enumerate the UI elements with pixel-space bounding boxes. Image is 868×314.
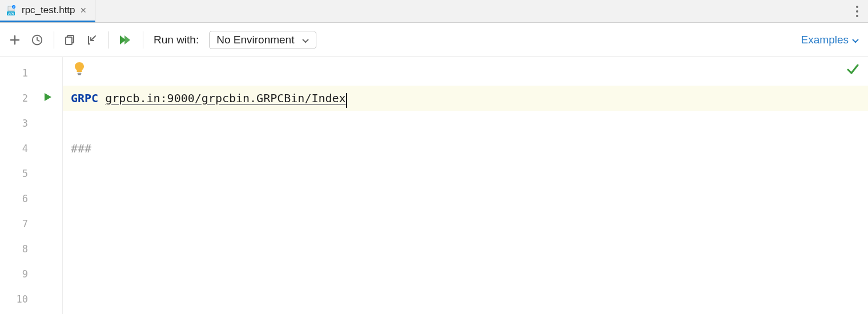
copy-button[interactable]: [65, 34, 76, 46]
gutter-line: 9: [0, 261, 62, 287]
import-button[interactable]: [86, 34, 98, 46]
svg-point-7: [856, 15, 858, 17]
code-line[interactable]: GRPC grpcb.in:9000/grpcbin.GRPCBin/Index: [63, 86, 868, 111]
add-request-button[interactable]: [9, 34, 21, 46]
history-button[interactable]: [31, 34, 43, 46]
editor-gutter: 1 2 3 4 5 6 7 8 9 10: [0, 57, 63, 314]
gutter-line: 10: [0, 287, 62, 312]
grpc-endpoint-url: grpcb.in:9000/grpcbin.GRPCBin/Index: [105, 91, 345, 105]
code-line[interactable]: [63, 236, 868, 261]
run-with-label: Run with:: [154, 34, 199, 46]
gutter-line: 3: [0, 111, 62, 136]
environment-selected-label: No Environment: [216, 34, 294, 46]
code-line[interactable]: ###: [63, 136, 868, 161]
chevron-down-icon: [852, 34, 859, 46]
svg-rect-11: [78, 73, 82, 74]
toolbar-separator: [108, 31, 108, 49]
toolbar-separator: [143, 31, 143, 49]
file-tab[interactable]: ⏱ API rpc_test.http ✕: [0, 0, 95, 22]
code-line[interactable]: [63, 261, 868, 287]
tab-bar: ⏱ API rpc_test.http ✕: [0, 0, 868, 23]
gutter-line: 1: [0, 61, 62, 86]
run-all-button[interactable]: [119, 34, 132, 46]
run-gutter-icon[interactable]: [44, 92, 52, 104]
code-editor[interactable]: 1 2 3 4 5 6 7 8 9 10 GRPC grpcb.in:9000/…: [0, 57, 868, 314]
code-line[interactable]: [63, 211, 868, 236]
code-line[interactable]: [63, 186, 868, 211]
status-ok-icon: [846, 63, 859, 78]
http-file-icon: ⏱ API: [6, 5, 17, 16]
grpc-keyword: GRPC: [71, 91, 98, 105]
svg-rect-10: [66, 37, 72, 45]
code-line[interactable]: [63, 287, 868, 312]
toolbar-separator: [54, 31, 54, 49]
code-line[interactable]: [63, 161, 868, 186]
request-separator: ###: [71, 142, 91, 155]
gutter-line: 4: [0, 136, 62, 161]
gutter-line: 6: [0, 186, 62, 211]
editor-content[interactable]: GRPC grpcb.in:9000/grpcbin.GRPCBin/Index…: [63, 57, 868, 314]
intention-bulb-icon[interactable]: [74, 62, 85, 78]
tab-options-button[interactable]: [855, 0, 859, 22]
file-tab-label: rpc_test.http: [22, 5, 75, 16]
code-line[interactable]: [63, 111, 868, 136]
svg-point-5: [856, 6, 858, 8]
gutter-line: 5: [0, 161, 62, 186]
code-line[interactable]: [63, 61, 868, 86]
svg-text:API: API: [8, 12, 14, 15]
gutter-line: 2: [0, 86, 62, 111]
gutter-line: 7: [0, 211, 62, 236]
environment-select[interactable]: No Environment: [209, 31, 316, 49]
close-icon[interactable]: ✕: [80, 6, 87, 15]
svg-rect-12: [78, 74, 81, 75]
examples-dropdown[interactable]: Examples: [801, 34, 859, 46]
svg-text:⏱: ⏱: [13, 6, 15, 9]
examples-label: Examples: [801, 34, 849, 46]
http-client-toolbar: Run with: No Environment Examples: [0, 23, 868, 57]
gutter-line: 8: [0, 236, 62, 261]
text-caret: [346, 93, 347, 108]
svg-point-6: [856, 10, 858, 13]
chevron-down-icon: [302, 34, 309, 46]
